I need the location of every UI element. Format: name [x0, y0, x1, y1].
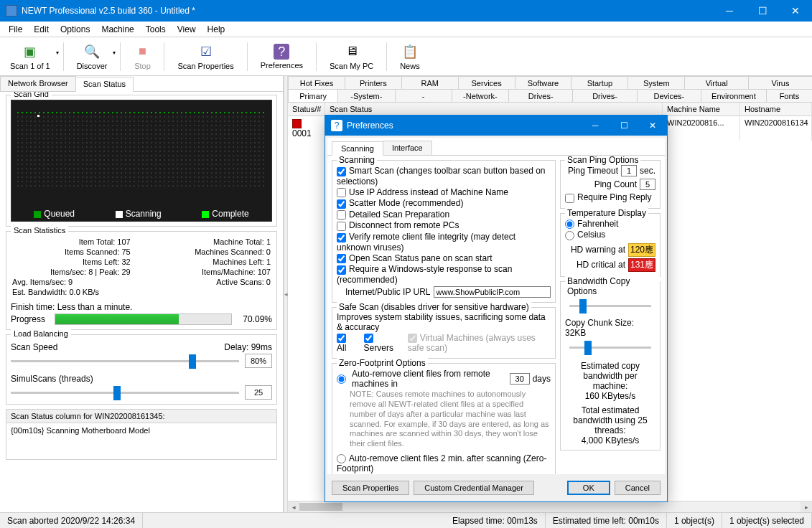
safe-all-checkbox[interactable]: All: [337, 333, 355, 353]
dialog-titlebar[interactable]: ? Preferences ─ ☐ ✕: [325, 116, 667, 136]
scan-properties-dialog-button[interactable]: Scan Properties: [332, 481, 409, 495]
bandwidth-group: Bandwidth Copy Options Packet Delay: 200…: [560, 281, 661, 451]
scan-properties-button[interactable]: ☑ Scan Properties: [167, 38, 243, 75]
horizontal-scrollbar[interactable]: ◂ ▸: [288, 501, 812, 512]
rtab-system[interactable]: -System-: [337, 89, 395, 102]
use-ip-checkbox[interactable]: Use IP Address instead of Machine Name: [337, 187, 551, 198]
rtab-windows[interactable]: -Windows-: [395, 89, 452, 102]
rtab-ram-slots[interactable]: RAM Slots: [401, 76, 459, 89]
menu-file[interactable]: File: [3, 23, 28, 36]
ping-count-input[interactable]: [640, 179, 655, 190]
rtab-drives-physical[interactable]: Drives-Physical: [572, 89, 637, 102]
hd-critical-value[interactable]: 131應: [628, 258, 655, 272]
menu-machine[interactable]: Machine: [95, 23, 139, 36]
scan-label: Scan 1 of 1: [10, 62, 50, 70]
col-machine-name[interactable]: Machine Name: [663, 103, 739, 116]
rtab-drives-logical[interactable]: Drives-Logical: [508, 89, 573, 102]
stop-button[interactable]: ■ Stop: [123, 38, 161, 75]
cell-machine-name[interactable]: WIN20200816...: [663, 116, 739, 129]
ok-button[interactable]: OK: [567, 481, 610, 495]
fahrenheit-radio[interactable]: Fahrenheit: [565, 219, 655, 230]
menu-edit[interactable]: Edit: [28, 23, 55, 36]
dialog-minimize-button[interactable]: ─: [581, 116, 610, 136]
stat-items-left: Items Left: 32: [12, 258, 131, 266]
minimize-button[interactable]: ─: [713, 0, 746, 22]
auto-remove-2min-radio[interactable]: Auto-remove client files 2 min. after sc…: [337, 453, 551, 474]
dropdown-icon[interactable]: ▾: [56, 50, 59, 56]
scatter-mode-checkbox[interactable]: Scatter Mode (recommended): [337, 198, 551, 209]
dialog-icon: ?: [331, 120, 342, 131]
disconnect-checkbox[interactable]: Disconnect from remote PCs: [337, 220, 551, 231]
cell-hostname[interactable]: WIN20200816134: [740, 116, 811, 129]
rtab-startup[interactable]: Startup: [571, 76, 628, 89]
dialog-maximize-button[interactable]: ☐: [610, 116, 638, 136]
ip-url-input[interactable]: [434, 286, 551, 298]
custom-credential-manager-button[interactable]: Custom Credential Manager: [414, 481, 534, 495]
auto-remove-days-input[interactable]: [510, 373, 530, 385]
safe-scan-group: Safe Scan (disables driver for sensitive…: [332, 307, 556, 359]
maximize-button[interactable]: ☐: [746, 0, 779, 22]
chunk-size-slider[interactable]: [569, 339, 651, 357]
simulscans-slider[interactable]: 25: [11, 385, 272, 400]
dialog-close-button[interactable]: ✕: [638, 116, 667, 136]
ping-timeout-input[interactable]: [621, 165, 637, 176]
app-icon: [6, 5, 17, 16]
rtab-primary[interactable]: Primary: [288, 89, 338, 102]
celsius-radio[interactable]: Celsius: [565, 230, 655, 240]
stat-bandwidth: Est. Bandwidth: 0.0 KB/s: [12, 288, 271, 296]
menu-tools[interactable]: Tools: [140, 23, 172, 36]
rtab-printers[interactable]: Printers: [345, 76, 402, 89]
prefs-tab-interface[interactable]: Interface: [383, 141, 432, 155]
rtab-network[interactable]: -Network-: [452, 89, 509, 102]
tab-scan-status[interactable]: Scan Status: [75, 77, 134, 92]
open-status-checkbox[interactable]: Open Scan Status pane on scan start: [337, 253, 551, 264]
load-balancing-group: Load Balancing Scan SpeedDelay: 99ms 80%…: [6, 334, 277, 405]
dropdown-icon[interactable]: ▾: [113, 50, 116, 56]
tab-network-browser[interactable]: Network Browser: [0, 76, 76, 91]
prefs-tab-scanning[interactable]: Scanning: [332, 141, 383, 156]
rtab-hot-fixes[interactable]: Hot Fixes: [288, 76, 345, 89]
require-ping-reply-checkbox[interactable]: Require Ping Reply: [565, 192, 655, 203]
menu-help[interactable]: Help: [202, 23, 231, 36]
rtab-software[interactable]: Software: [515, 76, 572, 89]
rtab-system-slots[interactable]: System Slots: [627, 76, 685, 89]
menu-options[interactable]: Options: [55, 23, 95, 36]
scan-speed-slider[interactable]: 80%: [11, 354, 272, 368]
col-hostname[interactable]: Hostname: [740, 103, 811, 116]
smart-scan-checkbox[interactable]: Smart Scan (changes toolbar scan button …: [337, 166, 551, 187]
scroll-right-icon[interactable]: ▸: [801, 501, 812, 512]
rtab-services[interactable]: Services: [458, 76, 515, 89]
rtab-virus-definitions[interactable]: Virus Definitions: [748, 76, 812, 89]
scan-statistics-title: Scan Statistics: [11, 226, 68, 235]
rtab-fonts[interactable]: Fonts: [766, 89, 812, 102]
scroll-thumb[interactable]: [299, 503, 342, 511]
scan-status-body: {00m10s} Scanning Motherboard Model: [6, 423, 276, 459]
preferences-button[interactable]: ? Preferences: [251, 38, 313, 75]
detailed-scan-checkbox[interactable]: Detailed Scan Preparation: [337, 209, 551, 220]
hd-warning-value[interactable]: 120應: [628, 243, 655, 257]
rtab-virtual-memory[interactable]: Virtual Memory: [684, 76, 749, 89]
legend-queued: Queued: [34, 209, 75, 219]
scan-button[interactable]: ▣ Scan 1 of 1 ▾: [0, 38, 60, 75]
rtab-devices-shared[interactable]: Devices-Shared: [637, 89, 701, 102]
temperature-title: Temperature Display: [565, 208, 648, 218]
verify-integrity-checkbox[interactable]: Verify remote client file integrity (may…: [337, 232, 551, 253]
menu-view[interactable]: View: [172, 23, 202, 36]
scan-speed-delay: Delay: 99ms: [224, 342, 272, 352]
col-status[interactable]: Status/#: [288, 103, 325, 116]
safe-servers-checkbox[interactable]: Servers: [364, 333, 399, 353]
close-button[interactable]: ✕: [779, 0, 812, 22]
status-estimated: Estimated time left: 00m10s: [546, 513, 667, 528]
require-windows-checkbox[interactable]: Require a Windows-style response to scan…: [337, 264, 551, 285]
news-button[interactable]: 📋 News: [390, 38, 430, 75]
scan-my-pc-button[interactable]: 🖥 Scan My PC: [319, 38, 383, 75]
discover-button[interactable]: 🔍 Discover ▾: [67, 38, 118, 75]
left-pane: Network Browser Scan Status Scan Grid Qu…: [0, 76, 284, 512]
scroll-left-icon[interactable]: ◂: [288, 501, 299, 512]
auto-remove-days-radio[interactable]: Auto-remove client files from remote mac…: [337, 369, 551, 389]
cell-status[interactable]: 0001: [288, 116, 325, 141]
cancel-button[interactable]: Cancel: [615, 481, 661, 495]
zero-footprint-title: Zero-Footprint Options: [337, 358, 428, 368]
rtab-environment[interactable]: Environment: [701, 89, 767, 102]
packet-delay-slider[interactable]: [569, 298, 651, 315]
